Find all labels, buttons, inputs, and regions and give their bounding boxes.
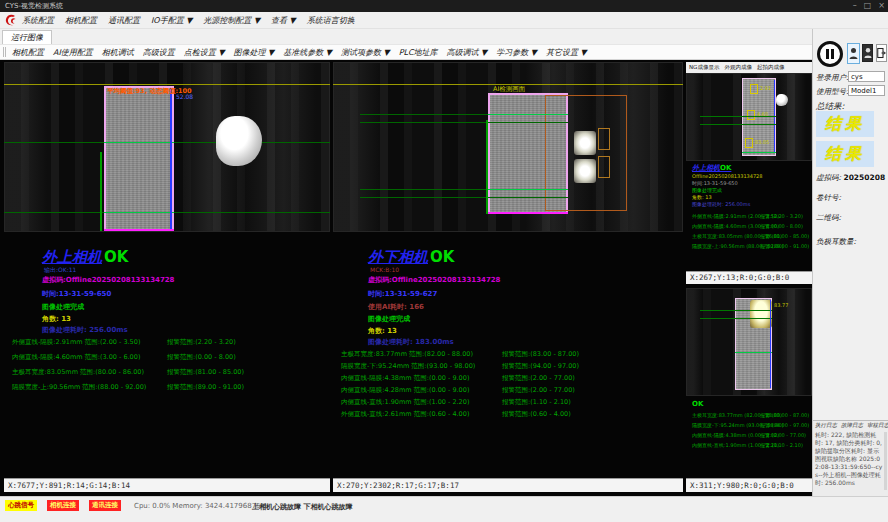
menu-io-config[interactable]: IO手配置 ▼ [151, 15, 192, 26]
menu-comm-config[interactable]: 通讯配置 [108, 15, 140, 26]
alarm-range: 报警:(1.10 - 2.10) [760, 442, 803, 448]
ng-barcode: Offline20250208133134728 [692, 173, 762, 179]
ng-tab-display[interactable]: NG成像显示 [689, 64, 719, 71]
pause-button[interactable] [817, 41, 843, 67]
ng-process-status: 图像处理完成 [692, 187, 722, 193]
tool-bar: 相机配置 AI使用配置 相机调试 高级设置 点检设置 ▼ 图像处理 ▼ 基准线参… [0, 44, 812, 60]
mid-status-ok: OK [428, 248, 454, 266]
maximize-icon[interactable]: □ [864, 0, 872, 12]
mid-measure-line [360, 122, 568, 123]
tool-plc-address[interactable]: PLC地址库 [399, 47, 438, 58]
model-field[interactable]: Model1 [848, 85, 885, 96]
result-block-2: 结果 [816, 141, 874, 167]
ng-measure-line [700, 124, 776, 125]
mid-measure-line-bright [488, 189, 568, 190]
tool-baseline-params[interactable]: 基准线参数 ▼ [283, 47, 332, 58]
login-user-field[interactable]: cys [848, 71, 885, 82]
login-user-label: 登录用户: [816, 73, 849, 83]
log-text: 耗时: 222, 缺陷检测耗时: 17, 缺陷分类耗时: 0, 缺陷提取分区耗时… [815, 431, 883, 487]
ng-tab-start[interactable]: 起拍内成像 [757, 64, 785, 71]
alarm-range: 报警范围:(2.00 - 77.00) [502, 386, 575, 395]
tool-camera-config[interactable]: 相机配置 [12, 47, 44, 58]
aux-status-ok: OK [692, 400, 703, 408]
operator-user-button[interactable] [847, 43, 860, 64]
mid-measurement-row: 外侧直线-直线:2.61mm 范围:(0.60 - 4.00) 报警范围:(0.… [341, 410, 469, 419]
ng-pixel-readout: X:267;Y:13;R:0;G:0;B:0 [686, 271, 812, 284]
ng-defect-label: 2.91 [760, 85, 771, 91]
menu-language-switch[interactable]: 系统语言切换 [307, 15, 355, 26]
tab-run-image[interactable]: 运行图像 [2, 30, 52, 44]
menu-system-config[interactable]: 系统配置 [22, 15, 54, 26]
left-edge-line-blue [170, 88, 172, 230]
aux-measure-line [700, 318, 772, 319]
mid-detect-box [598, 128, 610, 150]
ng-measurement-row: 隔膜宽度-上:90.56mm (88.00 - 92.00) 报警:(89.00… [692, 243, 784, 249]
mid-process-status: 图像处理完成 [368, 314, 410, 324]
aux-measurement-row: 内侧直线-直线:1.90mm (1.00 - 2.20) 报警:(1.10 - … [692, 442, 779, 448]
mid-measurement-row: 隔膜宽度-下:95.24mm 范围:(93.00 - 98.00) 报警范围:(… [341, 362, 475, 371]
logout-button[interactable] [876, 44, 887, 62]
measurement-text: 主极耳宽度:83.77mm 范围:(82.00 - 88.00) [341, 350, 473, 358]
tool-other-settings[interactable]: 其它设置 ▼ [546, 47, 587, 58]
menu-camera-config[interactable]: 相机配置 [65, 15, 97, 26]
tool-learning-params[interactable]: 学习参数 ▼ [496, 47, 537, 58]
barcode-label-text: 虚拟码: [816, 173, 841, 182]
mid-camera-name: 外下相机 [368, 248, 428, 266]
tool-camera-debug[interactable]: 相机调试 [102, 47, 134, 58]
measurement-text: 内侧直线-隔膜:4.60mm 范围:(3.00 - 6.00) [12, 353, 140, 361]
log-tab-run[interactable]: 执行日志 [815, 422, 837, 429]
aux-measure-line [700, 310, 772, 311]
user-icon [849, 47, 858, 60]
left-camera-name: 外上相机 [42, 248, 102, 266]
tool-advanced-debug[interactable]: 高级调试 ▼ [447, 47, 488, 58]
alarm-range: 报警范围:(2.00 - 77.00) [502, 374, 575, 383]
ng-measure-line [700, 116, 776, 117]
mid-measurement-row: 内侧直线-隔膜:4.28mm 范围:(0.00 - 9.00) 报警范围:(2.… [341, 386, 469, 395]
minimize-icon[interactable]: – [853, 0, 857, 12]
left-baseline-yellow [4, 84, 330, 85]
alarm-range: 报警范围:(94.00 - 97.00) [502, 362, 579, 371]
mid-measurement-row: 内侧直线-直线:1.90mm 范围:(1.00 - 2.20) 报警范围:(1.… [341, 398, 469, 407]
mid-pixel-readout: X:270;Y:2302;R:17;G:17;B:17 [333, 478, 683, 492]
admin-user-button[interactable] [862, 44, 873, 62]
left-result-title: 外上相机OK [42, 248, 128, 267]
log-scrollbar[interactable] [884, 432, 887, 490]
cpu-memory-readout: Cpu: 0.0% Memory: 3424.41796875M [134, 502, 267, 510]
left-process-status: 图像处理完成 [42, 302, 84, 312]
left-time: 时间:13-31-59-650 [42, 289, 111, 299]
left-corner-count: 角数: 13 [42, 314, 71, 324]
title-bar: CYS-视觉检测系统 – □ × [0, 0, 888, 12]
ng-tab-strip: NG成像显示 外观内成像 起拍内成像 [686, 62, 812, 73]
mid-output-sub: MCK:B:10 [370, 266, 399, 273]
app-window: CYS-视觉检测系统 – □ × 系统配置 相机配置 通讯配置 IO手配置 ▼ … [0, 0, 888, 522]
aux-bright-region [750, 300, 772, 328]
mid-measure-line-bright [488, 114, 568, 115]
tool-test-params[interactable]: 测试项参数 ▼ [341, 47, 390, 58]
ng-corner-count: 角数: 13 [692, 194, 712, 200]
menu-view[interactable]: 查看 ▼ [271, 15, 296, 26]
tool-advanced-settings[interactable]: 高级设置 [143, 47, 175, 58]
left-measure-line-bright [104, 212, 174, 213]
ng-defect-box [745, 138, 753, 148]
alarm-range: 报警:(83.00 - 87.00) [760, 412, 809, 418]
ng-time: 时间:13-31-59-650 [692, 180, 738, 186]
aux-measurement-row: 内侧直线-隔膜:4.38mm (0.00 - 9.00) 报警:(2.00 - … [692, 432, 779, 438]
measurement-text: 隔膜宽度-下:95.24mm 范围:(93.00 - 98.00) [341, 362, 475, 370]
close-icon[interactable]: × [878, 0, 885, 12]
comm-link-badge: 通讯连接 [89, 500, 121, 511]
left-measure-line-bright [104, 142, 174, 143]
tool-image-processing[interactable]: 图像处理 ▼ [234, 47, 275, 58]
mid-edge-line-green [486, 120, 488, 214]
tool-spot-check[interactable]: 点检设置 ▼ [184, 47, 225, 58]
alarm-range: 报警范围:(0.00 - 8.00) [167, 353, 236, 362]
barcode-label: 虚拟码: 20250208 [816, 173, 885, 183]
log-tab-fault[interactable]: 故障日志 [841, 422, 863, 429]
alarm-range: 报警:(81.00 - 85.00) [760, 233, 809, 239]
log-tab-audit[interactable]: 审核日志 [867, 422, 888, 429]
tool-ai-config[interactable]: AI使用配置 [53, 47, 93, 58]
ng-tab-outer[interactable]: 外观内成像 [724, 64, 752, 71]
mid-bottom-line-magenta [488, 212, 568, 214]
menu-light-config[interactable]: 光源控制配置 ▼ [203, 15, 260, 26]
alarm-range: 报警范围:(83.00 - 87.00) [502, 350, 579, 359]
left-bottom-line-magenta [104, 229, 174, 231]
